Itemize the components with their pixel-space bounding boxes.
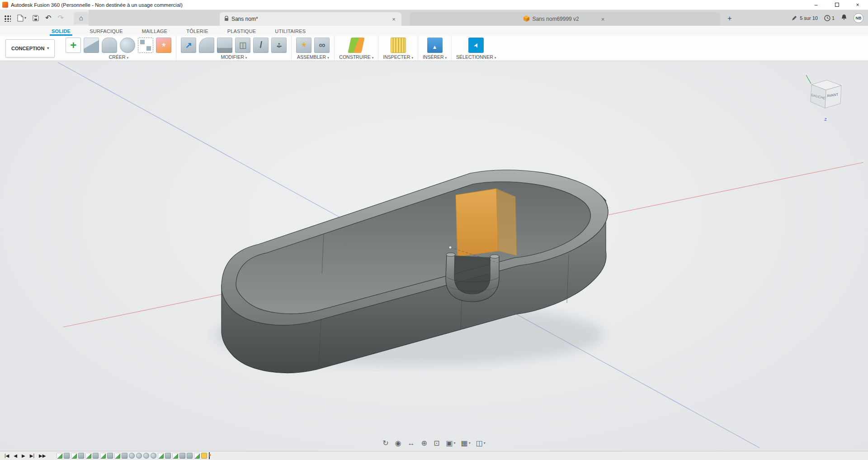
- file-menu-icon[interactable]: ▾: [17, 14, 26, 22]
- job-status[interactable]: 1: [824, 15, 835, 21]
- round[interactable]: [151, 453, 156, 459]
- tab-close-icon[interactable]: ×: [600, 16, 606, 23]
- clock-icon: [824, 15, 830, 21]
- sketch-plane-highlight[interactable]: [456, 189, 498, 256]
- playback-button[interactable]: ▶|: [28, 453, 36, 458]
- pan-icon[interactable]: ↔: [408, 439, 416, 447]
- toolbar-group-inspect: INSPECTER: [378, 36, 418, 61]
- group-label-select[interactable]: SÉLECTIONNER: [456, 54, 496, 60]
- group-label-inspect[interactable]: INSPECTER: [383, 54, 413, 60]
- solid[interactable]: [78, 453, 84, 459]
- solid[interactable]: [107, 453, 113, 459]
- tab-maillage[interactable]: MAILLAGE: [140, 28, 170, 36]
- tab-surfacique[interactable]: SURFACIQUE: [88, 28, 125, 36]
- sketch[interactable]: [158, 453, 164, 459]
- grid-settings-icon[interactable]: ▦ ▾: [461, 439, 471, 447]
- canvas-icon[interactable]: [427, 38, 443, 53]
- tab-plastique[interactable]: PLASTIQUE: [226, 28, 258, 36]
- document-tab-inactive[interactable]: Sans nom69999 v2 ×: [410, 12, 720, 26]
- title-bar: Autodesk Fusion 360 (Personnelle - Non d…: [0, 0, 868, 10]
- shell-icon[interactable]: [217, 38, 232, 53]
- look-at-icon[interactable]: ◉: [395, 439, 402, 447]
- pattern-icon[interactable]: [138, 38, 153, 53]
- tab-solide[interactable]: SOLIDE: [50, 28, 72, 36]
- group-label-construct[interactable]: CONSTRUIRE: [339, 54, 373, 60]
- user-avatar[interactable]: NB: [854, 13, 863, 23]
- toolbar-group-assemble: ASSEMBLER: [292, 36, 335, 61]
- playback-button[interactable]: ◀: [12, 453, 19, 458]
- form-icon[interactable]: [156, 38, 171, 53]
- sketch[interactable]: [71, 453, 77, 459]
- solid[interactable]: [187, 453, 193, 459]
- round[interactable]: [129, 453, 135, 459]
- create-sketch-icon[interactable]: [66, 38, 81, 53]
- sketch[interactable]: [85, 453, 91, 459]
- data-panel-home-icon[interactable]: ⌂: [74, 12, 89, 24]
- view-cube[interactable]: GAUCHE AVANT Z: [805, 74, 857, 126]
- solid[interactable]: [64, 453, 70, 459]
- toolbar-group-construct: CONSTRUIRE: [335, 36, 378, 61]
- viewport-3d[interactable]: GAUCHE AVANT Z ↻ ◉ ↔: [0, 61, 868, 451]
- new-tab-button[interactable]: +: [724, 13, 736, 24]
- group-label-assemble[interactable]: ASSEMBLER: [297, 54, 329, 60]
- notifications-bell-icon[interactable]: [841, 14, 847, 22]
- sketch[interactable]: [194, 453, 200, 459]
- fusion-logo-icon: [2, 2, 8, 8]
- tab-close-icon[interactable]: ×: [391, 16, 397, 23]
- solid[interactable]: [93, 453, 99, 459]
- sketch[interactable]: [100, 453, 106, 459]
- origin-point[interactable]: [449, 246, 452, 249]
- tab-tolerie[interactable]: TÔLERIE: [184, 28, 210, 36]
- display-settings-icon[interactable]: ▣ ▾: [446, 439, 455, 447]
- playback-button[interactable]: ▶▶: [37, 453, 47, 458]
- main-toolbar: CONCEPTION CRÉER MODIFIER ASSEMBLER CONS…: [0, 36, 868, 61]
- fillet-icon[interactable]: [199, 38, 214, 53]
- zoom-icon[interactable]: ⊕: [421, 439, 428, 447]
- combine-icon[interactable]: [235, 38, 250, 53]
- sketch-plane-side[interactable]: [496, 189, 517, 256]
- solid[interactable]: [179, 453, 185, 459]
- playback-button[interactable]: ▶: [20, 453, 27, 458]
- app-launcher-icon[interactable]: [4, 14, 11, 22]
- plane-icon[interactable]: [348, 38, 365, 53]
- group-label-create[interactable]: CRÉER: [109, 54, 128, 60]
- tab-utilitaires[interactable]: UTILITAIRES: [273, 28, 307, 36]
- timeline-playhead[interactable]: [209, 452, 213, 459]
- workspace-selector[interactable]: CONCEPTION: [5, 39, 55, 57]
- box-icon[interactable]: [84, 38, 99, 53]
- move-icon[interactable]: [271, 38, 287, 53]
- document-tab-active[interactable]: Sans nom* ×: [220, 12, 401, 26]
- yellow[interactable]: [201, 453, 207, 459]
- round[interactable]: [143, 453, 149, 459]
- press-pull-icon[interactable]: [181, 38, 196, 53]
- maximize-button[interactable]: [826, 0, 847, 9]
- sweep-icon[interactable]: [102, 38, 117, 53]
- solid[interactable]: [122, 453, 127, 459]
- group-label-insert[interactable]: INSÉRER: [423, 54, 447, 60]
- viewports-icon[interactable]: ◫ ▾: [476, 439, 486, 447]
- model-canvas[interactable]: [0, 61, 868, 451]
- round[interactable]: [136, 453, 142, 459]
- solid[interactable]: [165, 453, 171, 459]
- playback-button[interactable]: |◀: [3, 453, 11, 458]
- redo-icon[interactable]: ↷: [57, 14, 63, 22]
- new-component-icon[interactable]: [296, 38, 311, 53]
- minimize-button[interactable]: –: [806, 0, 826, 9]
- ribbon-tab-bar: SOLIDE SURFACIQUE MAILLAGE TÔLERIE PLAST…: [0, 26, 868, 36]
- revolve-icon[interactable]: [120, 38, 135, 53]
- joint-icon[interactable]: [314, 38, 330, 53]
- split-icon[interactable]: [253, 38, 269, 53]
- measure-icon[interactable]: [391, 38, 406, 53]
- close-button[interactable]: ×: [847, 0, 868, 9]
- save-icon[interactable]: [33, 15, 39, 21]
- sketch[interactable]: [57, 453, 62, 459]
- select-icon[interactable]: [468, 38, 484, 53]
- orbit-icon[interactable]: ↻: [382, 439, 389, 447]
- usage-badge[interactable]: 5 sur 10: [791, 15, 818, 21]
- group-label-modify[interactable]: MODIFIER: [221, 54, 247, 60]
- sketch[interactable]: [172, 453, 178, 459]
- undo-icon[interactable]: ↶: [45, 14, 51, 22]
- sketch[interactable]: [114, 453, 120, 459]
- fit-icon[interactable]: ⊡: [434, 439, 440, 447]
- u-channel-cavity: [454, 256, 490, 294]
